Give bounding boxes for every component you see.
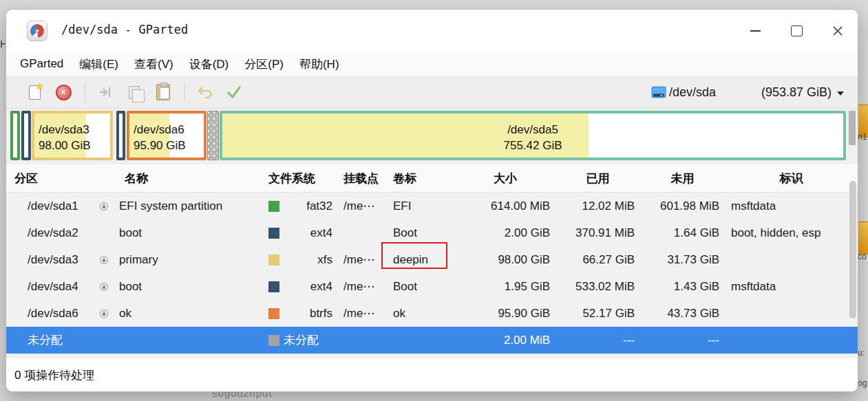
status-bar: 0 项操作待处理 xyxy=(6,358,858,391)
filesystem-name: xfs xyxy=(279,253,332,267)
maximize-icon xyxy=(791,25,803,36)
hard-disk-icon xyxy=(651,86,666,98)
partition-table: /dev/sda1EFI system partitionfat32/me⋯EF… xyxy=(6,193,858,360)
cell-mountpoint: /me⋯ xyxy=(338,306,389,321)
resize-move-icon xyxy=(97,85,114,99)
background-label: og xyxy=(858,378,867,388)
cell-filesystem: ext4 xyxy=(263,226,338,240)
column-header-label: 卷标 xyxy=(389,171,455,186)
copy-button[interactable] xyxy=(123,80,146,104)
cell-partition: /dev/sda1 xyxy=(6,199,99,213)
cell-flags: boot, hidden, esp xyxy=(725,226,858,240)
filesystem-name: 未分配 xyxy=(284,332,319,348)
undo-icon xyxy=(196,85,214,100)
cell-partition: 未分配 xyxy=(6,332,99,348)
disk-segment-sda4[interactable] xyxy=(116,111,125,160)
partition-name-value: primary xyxy=(119,253,158,267)
resize-move-button[interactable] xyxy=(94,80,117,104)
close-icon xyxy=(832,25,843,36)
cell-filesystem: ext4 xyxy=(263,280,338,294)
pending-operations-text: 0 项操作待处理 xyxy=(14,367,94,383)
background-label: u: xyxy=(858,348,865,358)
column-header-unused: 未用 xyxy=(640,171,725,186)
column-header-filesystem: 文件系统 xyxy=(263,171,338,186)
partition-label-value: ok xyxy=(393,307,405,320)
disk-segment-sda3[interactable]: /dev/sda398.00 GiB xyxy=(32,111,113,160)
filesystem-name: ext4 xyxy=(279,280,332,294)
cell-size: 95.90 GiB xyxy=(455,307,555,321)
cell-partition: /dev/sda6 xyxy=(6,307,99,321)
partition-label-value: Boot xyxy=(393,280,417,293)
partition-label-value: Boot xyxy=(393,226,417,239)
column-header-name: 名称 xyxy=(99,171,263,186)
cell-used: 370.91 MiB xyxy=(555,226,640,240)
table-row-devsda4[interactable]: /dev/sda4bootext4/me⋯Boot1.95 GiB533.02 … xyxy=(6,273,858,300)
disk-segment-sda5[interactable]: /dev/sda5755.42 GiB xyxy=(220,111,846,160)
disk-segment-sda2[interactable] xyxy=(21,111,31,160)
menu-item-2[interactable]: 查看(V) xyxy=(127,54,180,74)
disk-segment-unalloc[interactable] xyxy=(207,111,219,160)
menu-bar: GParted编辑(E)查看(V)设备(D)分区(P)帮助(H) xyxy=(6,52,858,76)
menu-item-1[interactable]: 编辑(E) xyxy=(72,54,125,74)
toolbar-separator xyxy=(85,82,85,102)
menu-item-4[interactable]: 分区(P) xyxy=(237,54,290,74)
cell-mountpoint: /me⋯ xyxy=(338,279,389,294)
mounted-lock-icon xyxy=(99,202,109,211)
table-row-devsda1[interactable]: /dev/sda1EFI system partitionfat32/me⋯EF… xyxy=(6,193,858,219)
cell-unused: 1.64 GiB xyxy=(640,226,725,240)
cell-used: 52.17 GiB xyxy=(555,307,640,321)
maximize-button[interactable] xyxy=(786,21,807,41)
filesystem-color-swatch xyxy=(268,281,279,292)
minimize-button[interactable] xyxy=(745,21,765,41)
column-header-used: 已用 xyxy=(555,171,640,186)
column-header-size: 大小 xyxy=(455,171,555,186)
toolbar-separator xyxy=(184,82,185,102)
filesystem-color-swatch xyxy=(268,254,279,265)
cell-flags: msftdata xyxy=(725,199,858,213)
disk-segment-sda6[interactable]: /dev/sda695.90 GiB xyxy=(127,111,207,160)
background-label: n1 xyxy=(858,132,867,142)
cell-partition: /dev/sda2 xyxy=(6,226,99,240)
cell-unused: --- xyxy=(640,334,725,347)
cell-label: EFI xyxy=(389,199,455,213)
column-header-flags: 标识 xyxy=(725,171,858,186)
toolbar: ★ ✕ xyxy=(6,76,858,109)
disk-segment-sda1[interactable] xyxy=(10,111,20,160)
cell-partition: /dev/sda4 xyxy=(6,280,99,294)
paste-icon xyxy=(156,84,170,100)
apply-button[interactable] xyxy=(222,80,246,104)
title-bar[interactable]: /dev/sda - GParted xyxy=(6,10,858,52)
mounted-lock-icon xyxy=(99,282,109,292)
close-button[interactable] xyxy=(827,21,848,41)
partition-name-value: ok xyxy=(119,307,131,321)
column-header-mountpoint: 挂载点 xyxy=(338,171,389,186)
cell-size: 1.95 GiB xyxy=(455,280,555,294)
new-partition-button[interactable]: ★ xyxy=(23,80,46,104)
chevron-down-icon xyxy=(837,91,844,96)
annotation-red-box xyxy=(381,242,447,269)
filesystem-color-swatch xyxy=(268,308,279,319)
disk-segment-label: /dev/sda695.90 GiB xyxy=(129,113,204,153)
menu-item-3[interactable]: 设备(D) xyxy=(182,54,236,74)
mounted-lock-icon xyxy=(99,309,109,318)
menu-item-5[interactable]: 帮助(H) xyxy=(293,54,346,74)
delete-partition-button[interactable]: ✕ xyxy=(52,80,75,104)
undo-button[interactable] xyxy=(193,80,217,104)
vertical-scrollbar[interactable] xyxy=(849,181,856,318)
cell-name: ok xyxy=(99,307,263,321)
background-label: co xyxy=(858,252,867,261)
disk-visual-bar: /dev/sda398.00 GiB/dev/sda695.90 GiB/dev… xyxy=(6,109,858,164)
table-row-row5[interactable]: 未分配未分配2.00 MiB------ xyxy=(6,327,858,354)
gparted-window: /dev/sda - GParted GParted编辑(E)查看(V)设备(D… xyxy=(6,9,858,392)
filesystem-color-swatch xyxy=(268,201,279,212)
paste-button[interactable] xyxy=(151,80,175,104)
cell-size: 2.00 GiB xyxy=(455,226,555,240)
device-selector[interactable]: /dev/sda (953.87 GiB) xyxy=(647,80,848,104)
cell-name: boot xyxy=(99,226,263,240)
cell-partition: /dev/sda3 xyxy=(6,253,99,267)
cell-unused: 1.43 GiB xyxy=(640,280,725,294)
cell-mountpoint: /me⋯ xyxy=(338,199,389,213)
window-title: /dev/sda - GParted xyxy=(61,23,188,36)
menu-item-0[interactable]: GParted xyxy=(20,55,70,73)
table-row-devsda6[interactable]: /dev/sda6okbtrfs/me⋯ok95.90 GiB52.17 GiB… xyxy=(6,300,858,327)
